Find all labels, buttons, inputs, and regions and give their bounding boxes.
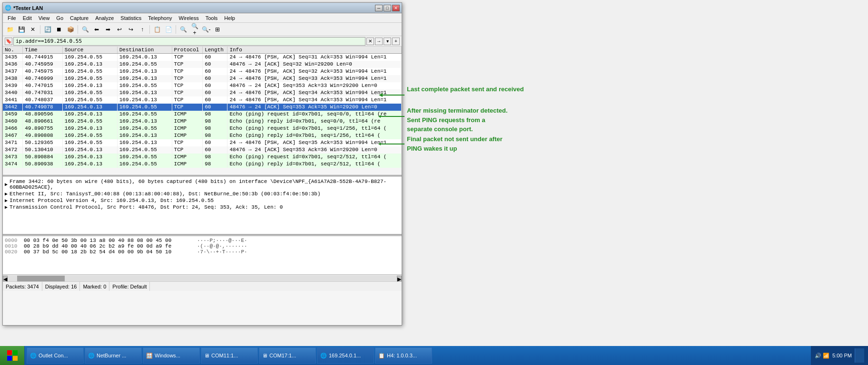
hscroll-thumb[interactable] — [17, 276, 65, 281]
filter-input[interactable] — [13, 37, 365, 46]
table-cell: 98 — [203, 132, 227, 139]
close-button[interactable]: ✕ — [392, 5, 400, 11]
taskbar-icon-windows: 🪟 — [146, 353, 153, 359]
table-row[interactable]: 346048.890661169.254.0.55169.254.0.13ICM… — [3, 118, 402, 125]
toolbar: 📁 💾 ✕ 🔄 ⏹ 📦 🔍 ⬅ ➡ ↩ ↪ ↑ 📋 📄 🔍 🔍+ 🔍- ⊞ — [3, 23, 402, 36]
copy-button[interactable]: 📋 — [152, 24, 162, 35]
table-cell: TCP — [172, 89, 203, 96]
taskbar-item-com17[interactable]: 🖥 COM17:1... — [259, 347, 316, 364]
save-button[interactable]: 💾 — [16, 24, 27, 35]
table-row[interactable]: 347250.130410169.254.0.13169.254.0.55TCP… — [3, 146, 402, 154]
detail-frame[interactable]: ▶ Frame 3442: 60 bytes on wire (480 bits… — [5, 178, 400, 191]
hscroll-track[interactable] — [8, 276, 397, 281]
table-cell: 3441 — [3, 96, 23, 104]
table-cell: 169.254.0.13 — [62, 82, 117, 89]
detail-tcp[interactable]: ▶ Transmission Control Protocol, Src Por… — [5, 204, 400, 211]
table-row[interactable]: 344240.749078169.254.0.13169.254.0.55TCP… — [3, 104, 402, 111]
menu-analyze[interactable]: Analyze — [92, 15, 117, 21]
zoom-in-button[interactable]: 🔍+ — [189, 24, 200, 35]
hex-bytes-0: 00 03 f4 0e 50 3b 00 13 a8 00 40 88 08 0… — [24, 238, 195, 243]
taskbar-item-ip[interactable]: 🌐 169.254.0.1... — [317, 347, 374, 364]
zoom-out-button[interactable]: 🔍- — [201, 24, 211, 35]
table-row[interactable]: 346649.890755169.254.0.13169.254.0.55ICM… — [3, 125, 402, 132]
table-row[interactable]: 344040.747031169.254.0.55169.254.0.13TCP… — [3, 89, 402, 96]
filter-clear-button[interactable]: ✕ — [366, 38, 374, 45]
table-cell: 60 — [203, 104, 227, 111]
detail-pane[interactable]: ▶ Frame 3442: 60 bytes on wire (480 bits… — [3, 177, 402, 234]
table-cell: 60 — [203, 54, 227, 61]
table-cell: 60 — [203, 96, 227, 104]
table-cell: 40.745959 — [23, 61, 63, 68]
up-button[interactable]: ↑ — [137, 24, 148, 35]
table-row[interactable]: 346749.890808169.254.0.55169.254.0.13ICM… — [3, 132, 402, 139]
detail-ethernet[interactable]: ▶ Ethernet II, Src: TanisysT_00:40:88 (0… — [5, 191, 400, 197]
hex-pane[interactable]: 0000 00 03 f4 0e 50 3b 00 13 a8 00 40 88… — [3, 237, 402, 275]
stop-button[interactable]: ⏹ — [54, 24, 64, 35]
menu-edit[interactable]: Edit — [20, 15, 35, 21]
taskbar-item-windows[interactable]: 🪟 Windows... — [143, 347, 200, 364]
table-cell: 98 — [203, 125, 227, 132]
table-cell: 3435 — [3, 54, 23, 61]
taskbar-label-com17: COM17:1... — [269, 353, 296, 358]
table-row[interactable]: 347350.890884169.254.0.13169.254.0.55ICM… — [3, 154, 402, 161]
back-button[interactable]: ⬅ — [91, 24, 102, 35]
table-row[interactable]: 343740.745975169.254.0.55169.254.0.13TCP… — [3, 68, 402, 75]
taskbar-show-desktop[interactable] — [855, 348, 864, 363]
start-button[interactable] — [0, 346, 25, 365]
table-row[interactable]: 347450.890938169.254.0.13169.254.0.55ICM… — [3, 161, 402, 168]
table-row[interactable]: 347150.129365169.254.0.55169.254.0.13TCP… — [3, 139, 402, 146]
filter-bookmark-button[interactable]: 🔖 — [5, 38, 12, 45]
table-cell: 169.254.0.13 — [117, 96, 172, 104]
taskbar-item-netburner[interactable]: 🌐 NetBurner ... — [85, 347, 142, 364]
hscroll-left-btn[interactable]: ◀ — [3, 276, 8, 281]
forward-button[interactable]: ➡ — [103, 24, 113, 35]
hscroll-right-btn[interactable]: ▶ — [397, 276, 402, 281]
zoom-button[interactable]: 🔍 — [178, 24, 188, 35]
hex-ascii-0: ····P;····@···E· — [197, 238, 247, 243]
table-cell: 169.254.0.55 — [62, 68, 117, 75]
maximize-button[interactable]: □ — [384, 5, 391, 11]
menu-view[interactable]: View — [36, 15, 53, 21]
table-row[interactable]: 343840.746999169.254.0.55169.254.0.13TCP… — [3, 75, 402, 82]
taskbar-item-outlet[interactable]: 🌐 Outlet Con... — [27, 347, 84, 364]
mark-button[interactable]: ↪ — [126, 24, 136, 35]
go-to-button[interactable]: ↩ — [114, 24, 125, 35]
hex-offset-1: 0010 — [5, 243, 22, 249]
menu-capture[interactable]: Capture — [67, 15, 91, 21]
layout-button[interactable]: ⊞ — [212, 24, 223, 35]
menu-telephony[interactable]: Telephony — [145, 15, 175, 21]
table-cell: 169.254.0.55 — [117, 154, 172, 161]
minimize-button[interactable]: ─ — [375, 5, 383, 11]
table-row[interactable]: 345948.890596169.254.0.13169.254.0.55ICM… — [3, 111, 402, 118]
horizontal-scrollbar[interactable]: ◀ ▶ — [3, 275, 402, 281]
menu-go[interactable]: Go — [53, 15, 66, 21]
table-row[interactable]: 343540.744915169.254.0.55169.254.0.13TCP… — [3, 54, 402, 61]
paste-button[interactable]: 📄 — [163, 24, 174, 35]
taskbar-item-h4[interactable]: 📋 H4: 1.0.0.3... — [375, 347, 432, 364]
taskbar-item-com11[interactable]: 🖥 COM11:1... — [201, 347, 258, 364]
menu-statistics[interactable]: Statistics — [118, 15, 144, 21]
menu-help[interactable]: Help — [221, 15, 238, 21]
filter-apply-button[interactable]: ▾ — [384, 38, 391, 45]
table-cell: 24 → 48476 [PSH, ACK] Seq=33 Ack=353 Win… — [227, 75, 402, 82]
menu-tools[interactable]: Tools — [203, 15, 221, 21]
detail-ip[interactable]: ▶ Internet Protocol Version 4, Src: 169.… — [5, 197, 400, 204]
packet-list-container[interactable]: No. Time Source Destination Protocol Len… — [3, 47, 402, 175]
capture-button[interactable]: 📦 — [65, 24, 76, 35]
menu-wireless[interactable]: Wireless — [176, 15, 202, 21]
menu-file[interactable]: File — [5, 15, 19, 21]
find-button[interactable]: 🔍 — [80, 24, 90, 35]
reload-button[interactable]: 🔄 — [42, 24, 53, 35]
table-cell: 40.749078 — [23, 104, 63, 111]
table-row[interactable]: 344140.748037169.254.0.55169.254.0.13TCP… — [3, 96, 402, 104]
filter-add-button[interactable]: + — [392, 38, 400, 45]
open-button[interactable]: 📁 — [5, 24, 15, 35]
col-proto: Protocol — [172, 47, 203, 54]
table-cell: 48.890661 — [23, 118, 63, 125]
table-cell: 60 — [203, 68, 227, 75]
close-capture-button[interactable]: ✕ — [28, 24, 38, 35]
filter-arrow-button[interactable]: → — [375, 38, 383, 45]
table-row[interactable]: 343940.747015169.254.0.13169.254.0.55TCP… — [3, 82, 402, 89]
table-row[interactable]: 343640.745959169.254.0.13169.254.0.55TCP… — [3, 61, 402, 68]
taskbar: 🌐 Outlet Con... 🌐 NetBurner ... 🪟 Window… — [0, 346, 868, 365]
